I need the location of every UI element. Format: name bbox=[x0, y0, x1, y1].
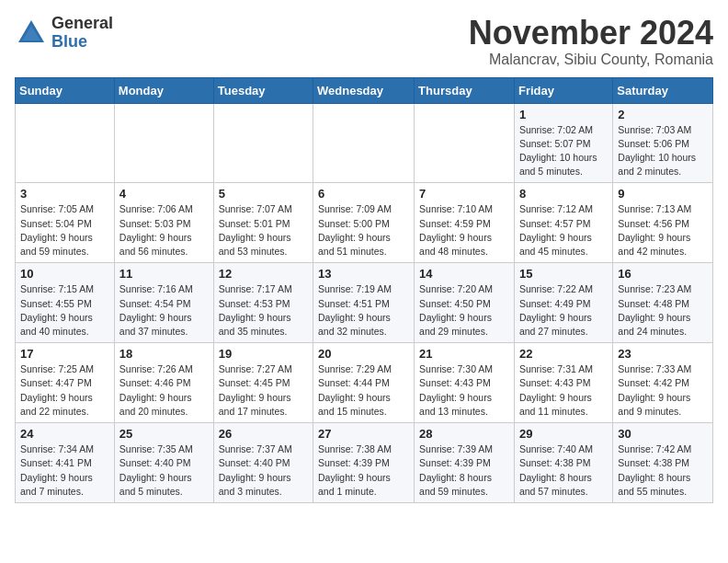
calendar-cell: 27Sunrise: 7:38 AM Sunset: 4:39 PM Dayli… bbox=[313, 423, 415, 503]
day-info: Sunrise: 7:25 AM Sunset: 4:47 PM Dayligh… bbox=[20, 362, 109, 419]
calendar-cell: 18Sunrise: 7:26 AM Sunset: 4:46 PM Dayli… bbox=[114, 343, 213, 423]
day-number: 24 bbox=[20, 427, 109, 441]
day-info: Sunrise: 7:38 AM Sunset: 4:39 PM Dayligh… bbox=[318, 442, 409, 499]
day-info: Sunrise: 7:05 AM Sunset: 5:04 PM Dayligh… bbox=[20, 202, 109, 259]
calendar-cell: 30Sunrise: 7:42 AM Sunset: 4:38 PM Dayli… bbox=[613, 423, 713, 503]
calendar-cell: 5Sunrise: 7:07 AM Sunset: 5:01 PM Daylig… bbox=[213, 183, 313, 263]
calendar-cell: 3Sunrise: 7:05 AM Sunset: 5:04 PM Daylig… bbox=[16, 183, 115, 263]
day-info: Sunrise: 7:09 AM Sunset: 5:00 PM Dayligh… bbox=[318, 202, 409, 259]
location: Malancrav, Sibiu County, Romania bbox=[469, 52, 713, 68]
day-number: 26 bbox=[219, 427, 308, 441]
calendar-cell: 16Sunrise: 7:23 AM Sunset: 4:48 PM Dayli… bbox=[613, 263, 713, 343]
day-number: 9 bbox=[618, 187, 708, 201]
day-of-week-header: Tuesday bbox=[213, 77, 313, 103]
day-info: Sunrise: 7:20 AM Sunset: 4:50 PM Dayligh… bbox=[419, 282, 509, 339]
day-info: Sunrise: 7:29 AM Sunset: 4:44 PM Dayligh… bbox=[318, 362, 409, 419]
logo-text: General Blue bbox=[51, 15, 113, 52]
day-number: 29 bbox=[519, 427, 608, 441]
day-number: 13 bbox=[318, 267, 409, 281]
calendar-cell: 29Sunrise: 7:40 AM Sunset: 4:38 PM Dayli… bbox=[514, 423, 612, 503]
calendar-cell: 6Sunrise: 7:09 AM Sunset: 5:00 PM Daylig… bbox=[313, 183, 415, 263]
day-info: Sunrise: 7:02 AM Sunset: 5:07 PM Dayligh… bbox=[519, 123, 608, 179]
day-number: 21 bbox=[419, 347, 509, 361]
day-number: 7 bbox=[419, 187, 509, 201]
calendar-cell: 14Sunrise: 7:20 AM Sunset: 4:50 PM Dayli… bbox=[415, 263, 515, 343]
calendar-week-row: 17Sunrise: 7:25 AM Sunset: 4:47 PM Dayli… bbox=[16, 343, 713, 423]
calendar-cell: 23Sunrise: 7:33 AM Sunset: 4:42 PM Dayli… bbox=[613, 343, 713, 423]
calendar-cell bbox=[16, 103, 115, 183]
day-info: Sunrise: 7:16 AM Sunset: 4:54 PM Dayligh… bbox=[119, 282, 209, 339]
day-info: Sunrise: 7:22 AM Sunset: 4:49 PM Dayligh… bbox=[519, 282, 608, 339]
calendar-cell bbox=[313, 103, 415, 183]
calendar-cell: 25Sunrise: 7:35 AM Sunset: 4:40 PM Dayli… bbox=[114, 423, 213, 503]
calendar-week-row: 1Sunrise: 7:02 AM Sunset: 5:07 PM Daylig… bbox=[16, 103, 713, 183]
day-number: 6 bbox=[318, 187, 409, 201]
calendar-cell: 7Sunrise: 7:10 AM Sunset: 4:59 PM Daylig… bbox=[415, 183, 515, 263]
day-number: 15 bbox=[519, 267, 608, 281]
day-number: 23 bbox=[618, 347, 708, 361]
calendar-cell bbox=[213, 103, 313, 183]
day-info: Sunrise: 7:03 AM Sunset: 5:06 PM Dayligh… bbox=[618, 123, 708, 179]
day-info: Sunrise: 7:23 AM Sunset: 4:48 PM Dayligh… bbox=[618, 282, 708, 339]
month-title: November 2024 bbox=[469, 15, 713, 52]
day-info: Sunrise: 7:33 AM Sunset: 4:42 PM Dayligh… bbox=[618, 362, 708, 419]
day-number: 4 bbox=[119, 187, 209, 201]
day-info: Sunrise: 7:10 AM Sunset: 4:59 PM Dayligh… bbox=[419, 202, 509, 259]
page-header: General Blue November 2024 Malancrav, Si… bbox=[15, 15, 713, 68]
day-number: 30 bbox=[618, 427, 708, 441]
day-number: 27 bbox=[318, 427, 409, 441]
logo-general: General bbox=[51, 14, 113, 32]
day-info: Sunrise: 7:35 AM Sunset: 4:40 PM Dayligh… bbox=[119, 442, 209, 499]
logo-blue: Blue bbox=[51, 32, 87, 51]
day-info: Sunrise: 7:19 AM Sunset: 4:51 PM Dayligh… bbox=[318, 282, 409, 339]
day-info: Sunrise: 7:15 AM Sunset: 4:55 PM Dayligh… bbox=[20, 282, 109, 339]
day-number: 8 bbox=[519, 187, 608, 201]
day-number: 22 bbox=[519, 347, 608, 361]
day-of-week-header: Thursday bbox=[415, 77, 515, 103]
calendar-cell: 20Sunrise: 7:29 AM Sunset: 4:44 PM Dayli… bbox=[313, 343, 415, 423]
title-block: November 2024 Malancrav, Sibiu County, R… bbox=[469, 15, 713, 68]
calendar-cell: 1Sunrise: 7:02 AM Sunset: 5:07 PM Daylig… bbox=[514, 103, 612, 183]
calendar-cell bbox=[114, 103, 213, 183]
day-info: Sunrise: 7:39 AM Sunset: 4:39 PM Dayligh… bbox=[419, 442, 509, 499]
day-info: Sunrise: 7:34 AM Sunset: 4:41 PM Dayligh… bbox=[20, 442, 109, 499]
calendar-cell: 22Sunrise: 7:31 AM Sunset: 4:43 PM Dayli… bbox=[514, 343, 612, 423]
day-number: 11 bbox=[119, 267, 209, 281]
calendar-cell: 24Sunrise: 7:34 AM Sunset: 4:41 PM Dayli… bbox=[16, 423, 115, 503]
day-info: Sunrise: 7:12 AM Sunset: 4:57 PM Dayligh… bbox=[519, 202, 608, 259]
calendar-table: SundayMondayTuesdayWednesdayThursdayFrid… bbox=[15, 77, 713, 503]
logo: General Blue bbox=[15, 15, 113, 52]
calendar-cell: 2Sunrise: 7:03 AM Sunset: 5:06 PM Daylig… bbox=[613, 103, 713, 183]
calendar-week-row: 3Sunrise: 7:05 AM Sunset: 5:04 PM Daylig… bbox=[16, 183, 713, 263]
day-info: Sunrise: 7:30 AM Sunset: 4:43 PM Dayligh… bbox=[419, 362, 509, 419]
calendar-cell: 19Sunrise: 7:27 AM Sunset: 4:45 PM Dayli… bbox=[213, 343, 313, 423]
calendar-cell: 26Sunrise: 7:37 AM Sunset: 4:40 PM Dayli… bbox=[213, 423, 313, 503]
calendar-cell: 15Sunrise: 7:22 AM Sunset: 4:49 PM Dayli… bbox=[514, 263, 612, 343]
calendar-cell: 13Sunrise: 7:19 AM Sunset: 4:51 PM Dayli… bbox=[313, 263, 415, 343]
day-number: 10 bbox=[20, 267, 109, 281]
day-number: 25 bbox=[119, 427, 209, 441]
day-number: 28 bbox=[419, 427, 509, 441]
calendar-cell: 11Sunrise: 7:16 AM Sunset: 4:54 PM Dayli… bbox=[114, 263, 213, 343]
day-of-week-header: Wednesday bbox=[313, 77, 415, 103]
calendar-week-row: 24Sunrise: 7:34 AM Sunset: 4:41 PM Dayli… bbox=[16, 423, 713, 503]
day-info: Sunrise: 7:07 AM Sunset: 5:01 PM Dayligh… bbox=[219, 202, 308, 259]
day-number: 17 bbox=[20, 347, 109, 361]
calendar-cell: 9Sunrise: 7:13 AM Sunset: 4:56 PM Daylig… bbox=[613, 183, 713, 263]
day-info: Sunrise: 7:17 AM Sunset: 4:53 PM Dayligh… bbox=[219, 282, 308, 339]
day-info: Sunrise: 7:42 AM Sunset: 4:38 PM Dayligh… bbox=[618, 442, 708, 499]
calendar-cell: 12Sunrise: 7:17 AM Sunset: 4:53 PM Dayli… bbox=[213, 263, 313, 343]
day-number: 18 bbox=[119, 347, 209, 361]
day-info: Sunrise: 7:40 AM Sunset: 4:38 PM Dayligh… bbox=[519, 442, 608, 499]
calendar-cell: 17Sunrise: 7:25 AM Sunset: 4:47 PM Dayli… bbox=[16, 343, 115, 423]
logo-icon bbox=[15, 17, 48, 50]
day-info: Sunrise: 7:13 AM Sunset: 4:56 PM Dayligh… bbox=[618, 202, 708, 259]
calendar-cell: 8Sunrise: 7:12 AM Sunset: 4:57 PM Daylig… bbox=[514, 183, 612, 263]
calendar-header-row: SundayMondayTuesdayWednesdayThursdayFrid… bbox=[16, 77, 713, 103]
day-number: 5 bbox=[219, 187, 308, 201]
day-info: Sunrise: 7:26 AM Sunset: 4:46 PM Dayligh… bbox=[119, 362, 209, 419]
day-of-week-header: Sunday bbox=[16, 77, 115, 103]
day-number: 20 bbox=[318, 347, 409, 361]
calendar-cell: 4Sunrise: 7:06 AM Sunset: 5:03 PM Daylig… bbox=[114, 183, 213, 263]
calendar-week-row: 10Sunrise: 7:15 AM Sunset: 4:55 PM Dayli… bbox=[16, 263, 713, 343]
